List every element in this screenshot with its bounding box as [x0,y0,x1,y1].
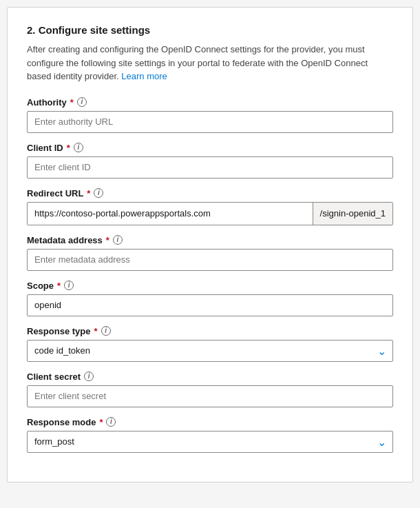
scope-info-icon[interactable]: i [64,281,74,290]
client-id-field-group: Client ID * i [27,143,393,179]
client-secret-label-text: Client secret [27,372,81,382]
scope-field-group: Scope * i [27,281,393,316]
response-mode-select-wrapper: form_post query fragment ⌄ [27,431,393,453]
scope-label: Scope * i [27,281,393,291]
section-title: 2. Configure site settings [27,24,393,36]
configure-site-settings-card: 2. Configure site settings After creatin… [7,7,413,482]
authority-input[interactable] [27,111,393,133]
response-mode-label: Response mode * i [27,417,393,427]
client-id-label-text: Client ID [27,143,63,153]
response-mode-label-text: Response mode [27,417,96,427]
authority-label: Authority * i [27,97,393,108]
scope-required-marker: * [57,281,61,291]
redirect-url-wrapper: /signin-openid_1 [27,202,393,225]
response-type-required-marker: * [94,326,97,336]
client-id-input[interactable] [27,156,393,179]
section-description: After creating and configuring the OpenI… [27,43,393,83]
redirect-url-required-marker: * [87,188,90,199]
client-secret-label: Client secret i [27,372,393,382]
redirect-url-label: Redirect URL * i [27,188,393,199]
response-mode-field-group: Response mode * i form_post query fragme… [27,417,393,453]
scope-label-text: Scope [27,281,54,291]
response-mode-required-marker: * [99,417,103,427]
redirect-url-main-input[interactable] [28,203,313,225]
learn-more-link[interactable]: Learn more [121,71,167,81]
client-secret-info-icon[interactable]: i [84,372,94,381]
response-mode-info-icon[interactable]: i [106,417,116,427]
response-type-select-wrapper: code id_token code id_token token ⌄ [27,340,393,362]
client-id-required-marker: * [67,143,70,153]
authority-required-marker: * [70,97,74,108]
redirect-url-suffix: /signin-openid_1 [313,203,392,225]
scope-input[interactable] [27,294,393,316]
authority-info-icon[interactable]: i [77,97,87,107]
metadata-address-input[interactable] [27,249,393,271]
authority-field-group: Authority * i [27,97,393,133]
metadata-address-field-group: Metadata address * i [27,235,393,271]
client-id-info-icon[interactable]: i [74,143,83,152]
metadata-address-info-icon[interactable]: i [113,235,123,245]
client-id-label: Client ID * i [27,143,393,153]
metadata-address-label-text: Metadata address [27,235,103,245]
redirect-url-field-group: Redirect URL * i /signin-openid_1 [27,188,393,225]
response-type-select[interactable]: code id_token code id_token token [27,340,393,362]
response-type-label: Response type * i [27,326,393,336]
redirect-url-label-text: Redirect URL [27,188,83,199]
authority-label-text: Authority [27,97,67,108]
response-type-label-text: Response type [27,326,90,336]
metadata-address-label: Metadata address * i [27,235,393,245]
response-mode-select[interactable]: form_post query fragment [27,431,393,453]
response-type-info-icon[interactable]: i [101,326,111,336]
response-type-field-group: Response type * i code id_token code id_… [27,326,393,362]
client-secret-input[interactable] [27,385,393,407]
client-secret-field-group: Client secret i [27,372,393,407]
description-text: After creating and configuring the OpenI… [27,44,368,81]
metadata-address-required-marker: * [106,235,109,245]
redirect-url-info-icon[interactable]: i [94,188,103,198]
